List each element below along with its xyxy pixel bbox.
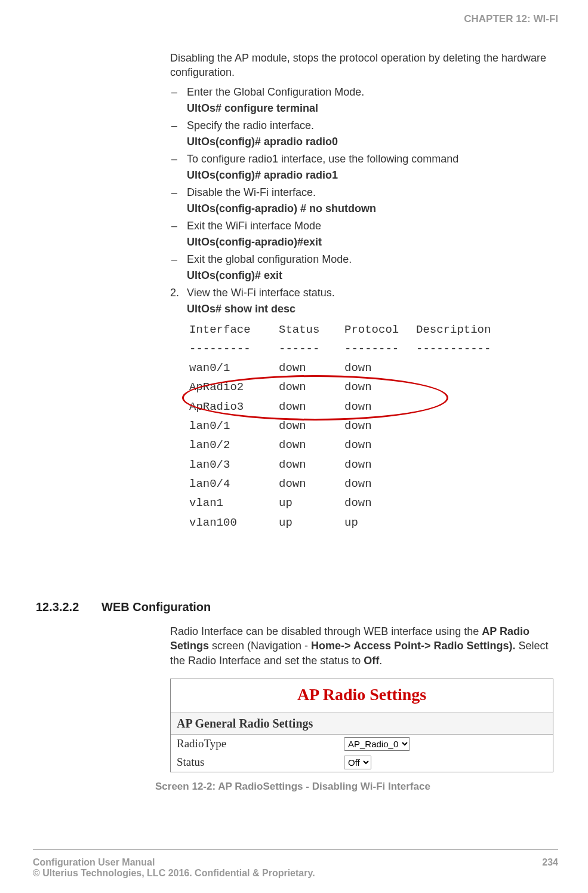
figure-caption: Screen 12-2: AP RadioSettings - Disablin… [155, 781, 558, 793]
step-text: To configure radio1 interface, use the f… [187, 153, 458, 165]
dash-step: To configure radio1 interface, use the f… [170, 153, 558, 182]
cell-prot: -------- [344, 339, 416, 358]
section-number: 12.3.2.2 [36, 600, 79, 614]
step-text: Exit the WiFi interface Mode [187, 220, 321, 232]
cell-stat: down [279, 416, 344, 435]
table-row: vlan100upup [189, 513, 558, 532]
command-line: UltOs(config)# apradio radio1 [187, 169, 558, 182]
step-text: Disable the Wi-Fi interface. [187, 186, 316, 198]
cell-stat: down [279, 455, 344, 474]
cell-prot: down [344, 416, 416, 435]
command-line: UltOs(config)# exit [187, 269, 558, 282]
settings-title: AP Radio Settings [171, 679, 553, 713]
radiotype-row: RadioType AP_Radio_0 [171, 735, 553, 753]
status-row: Status Off [171, 753, 553, 772]
table-row: lan0/2downdown [189, 435, 558, 455]
step-text: View the Wi-Fi interface status. [187, 287, 335, 299]
cell-if: ApRadio2 [189, 378, 279, 397]
cell-if: lan0/4 [189, 474, 279, 493]
page-number: 234 [542, 857, 558, 879]
dash-step: Disable the Wi-Fi interface.UltOs(config… [170, 186, 558, 215]
table-row: vlan1updown [189, 493, 558, 513]
cell-if: ApRadio3 [189, 397, 279, 416]
dash-step: Exit the global configuration Mode.UltOs… [170, 253, 558, 282]
cell-stat: down [279, 397, 344, 416]
step-list: Enter the Global Configuration Mode.UltO… [170, 86, 558, 282]
cell-prot: down [344, 397, 416, 416]
command-line: UltOs(config-apradio)#exit [187, 236, 558, 248]
intro-paragraph: Disabling the AP module, stops the proto… [170, 51, 558, 80]
step-text: Exit the global configuration Mode. [187, 253, 352, 265]
cell-if: wan0/1 [189, 358, 279, 378]
table-row: lan0/4downdown [189, 474, 558, 493]
table-row: ApRadio2downdown [189, 378, 558, 397]
command-line: UltOs(config)# apradio radio0 [187, 136, 558, 148]
cell-if: lan0/1 [189, 416, 279, 435]
cell-prot: down [344, 378, 416, 397]
cell-prot: down [344, 455, 416, 474]
cell-stat: up [279, 493, 344, 513]
table-row: wan0/1downdown [189, 358, 558, 378]
text: . [379, 655, 382, 667]
table-header-row: InterfaceStatusProtocolDescription [189, 320, 558, 339]
cell-if: vlan1 [189, 493, 279, 513]
command-line: UltOs# show int desc [187, 303, 558, 315]
footer-rule [33, 849, 558, 850]
text: Radio Interface can be disabled through … [170, 625, 482, 637]
status-label: Status [177, 756, 344, 769]
dash-step: Enter the Global Configuration Mode.UltO… [170, 86, 558, 115]
cell-if: vlan100 [189, 513, 279, 532]
command-line: UltOs# configure terminal [187, 102, 558, 115]
cell-desc: ----------- [416, 339, 512, 358]
cell-stat: down [279, 435, 344, 455]
cell-stat: ------ [279, 339, 344, 358]
cli-output: InterfaceStatusProtocolDescription------… [189, 320, 558, 532]
cell-stat: down [279, 474, 344, 493]
section-title: WEB Configuration [101, 600, 211, 613]
step-text: Specify the radio interface. [187, 119, 314, 131]
cell-if: lan0/2 [189, 435, 279, 455]
numbered-step-2: 2. View the Wi-Fi interface status. UltO… [170, 287, 558, 315]
cell-prot: down [344, 435, 416, 455]
status-select[interactable]: Off [344, 756, 371, 769]
table-row: lan0/1downdown [189, 416, 558, 435]
cell-if: --------- [189, 339, 279, 358]
cell-prot: down [344, 358, 416, 378]
cell-stat: down [279, 378, 344, 397]
settings-subtitle: AP General Radio Settings [171, 713, 553, 735]
table-row: ApRadio3downdown [189, 397, 558, 416]
table-separator-row: ---------------------------------- [189, 339, 558, 358]
bold-text: Home-> Access Point-> Radio Settings). [311, 640, 515, 652]
cell-stat: Status [279, 320, 344, 339]
bold-text: Off [364, 655, 379, 667]
footer: Configuration User Manual © Ulterius Tec… [33, 857, 558, 879]
cell-stat: up [279, 513, 344, 532]
cell-prot: up [344, 513, 416, 532]
radiotype-label: RadioType [177, 737, 344, 750]
content-area: Disabling the AP module, stops the proto… [36, 51, 558, 532]
step-number: 2. [170, 287, 179, 299]
command-line: UltOs(config-apradio) # no shutdown [187, 202, 558, 215]
cell-prot: down [344, 493, 416, 513]
dash-step: Specify the radio interface.UltOs(config… [170, 119, 558, 148]
chapter-header: CHAPTER 12: WI-FI [464, 13, 558, 25]
web-config-paragraph: Radio Interface can be disabled through … [170, 624, 558, 668]
cell-prot: Protocol [344, 320, 416, 339]
cell-desc: Description [416, 320, 512, 339]
radiotype-select[interactable]: AP_Radio_0 [344, 737, 410, 751]
cell-if: Interface [189, 320, 279, 339]
dash-step: Exit the WiFi interface ModeUltOs(config… [170, 220, 558, 248]
cell-if: lan0/3 [189, 455, 279, 474]
footer-manual-title: Configuration User Manual [33, 857, 315, 868]
cell-stat: down [279, 358, 344, 378]
table-row: lan0/3downdown [189, 455, 558, 474]
step-text: Enter the Global Configuration Mode. [187, 86, 364, 98]
footer-copyright: © Ulterius Technologies, LLC 2016. Confi… [33, 868, 315, 879]
ap-radio-settings-screenshot: AP Radio Settings AP General Radio Setti… [170, 679, 553, 772]
text: screen (Navigation - [209, 640, 311, 652]
cell-prot: down [344, 474, 416, 493]
